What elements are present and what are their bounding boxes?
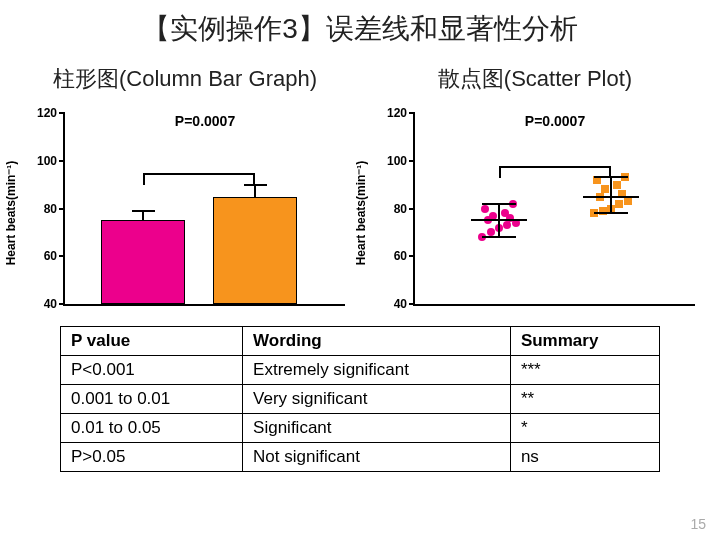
table-cell: ** bbox=[510, 385, 659, 414]
y-tick bbox=[59, 255, 65, 257]
whisker-cap bbox=[482, 203, 516, 205]
page-title: 【实例操作3】误差线和显著性分析 bbox=[0, 0, 720, 52]
table-cell: Extremely significant bbox=[243, 356, 511, 385]
data-point bbox=[615, 200, 623, 208]
table-row: P>0.05Not significantns bbox=[61, 443, 660, 472]
table-row: 0.001 to 0.01Very significant** bbox=[61, 385, 660, 414]
table-cell: Very significant bbox=[243, 385, 511, 414]
bar-chart: Heart beats(min⁻¹) 406080100120P=0.0007 bbox=[15, 108, 355, 318]
y-tick-label: 80 bbox=[394, 202, 407, 216]
y-tick-label: 100 bbox=[37, 154, 57, 168]
error-bar bbox=[254, 185, 256, 197]
y-tick bbox=[59, 208, 65, 210]
bar-series-1 bbox=[213, 197, 297, 304]
whisker-cap bbox=[594, 212, 628, 214]
y-tick-label: 40 bbox=[44, 297, 57, 311]
panel-bar-title: 柱形图(Column Bar Graph) bbox=[15, 52, 355, 106]
y-tick bbox=[409, 160, 415, 162]
scatter-ylabel: Heart beats(min⁻¹) bbox=[354, 161, 368, 266]
scatter-pvalue: P=0.0007 bbox=[525, 113, 585, 129]
table-cell: P>0.05 bbox=[61, 443, 243, 472]
chart-panels: 柱形图(Column Bar Graph) Heart beats(min⁻¹)… bbox=[0, 52, 720, 318]
table-cell: *** bbox=[510, 356, 659, 385]
y-tick bbox=[59, 112, 65, 114]
table-row: P<0.001Extremely significant*** bbox=[61, 356, 660, 385]
table-cell: 0.01 to 0.05 bbox=[61, 414, 243, 443]
y-tick-label: 100 bbox=[387, 154, 407, 168]
y-tick-label: 80 bbox=[44, 202, 57, 216]
y-tick-label: 120 bbox=[37, 106, 57, 120]
table-header: Wording bbox=[243, 327, 511, 356]
y-tick-label: 120 bbox=[387, 106, 407, 120]
panel-bar: 柱形图(Column Bar Graph) Heart beats(min⁻¹)… bbox=[15, 52, 355, 318]
whisker bbox=[498, 204, 500, 237]
y-tick bbox=[409, 303, 415, 305]
scatter-chart: Heart beats(min⁻¹) 406080100120P=0.0007 bbox=[365, 108, 705, 318]
bar-series-0 bbox=[101, 220, 185, 304]
table-header: Summary bbox=[510, 327, 659, 356]
table-cell: 0.001 to 0.01 bbox=[61, 385, 243, 414]
error-bar bbox=[142, 211, 144, 221]
table-row: 0.01 to 0.05Significant* bbox=[61, 414, 660, 443]
bar-pvalue: P=0.0007 bbox=[175, 113, 235, 129]
table-cell: Significant bbox=[243, 414, 511, 443]
data-point bbox=[501, 209, 509, 217]
significance-table: P valueWordingSummary P<0.001Extremely s… bbox=[60, 326, 660, 472]
whisker-cap bbox=[482, 236, 516, 238]
sig-bracket bbox=[499, 166, 611, 178]
y-tick bbox=[59, 303, 65, 305]
data-point bbox=[503, 221, 511, 229]
table-cell: P<0.001 bbox=[61, 356, 243, 385]
bar-ylabel: Heart beats(min⁻¹) bbox=[4, 161, 18, 266]
y-tick bbox=[409, 255, 415, 257]
error-cap bbox=[132, 210, 154, 212]
panel-scatter: 散点图(Scatter Plot) Heart beats(min⁻¹) 406… bbox=[365, 52, 705, 318]
page-number: 15 bbox=[690, 516, 706, 532]
data-point bbox=[481, 205, 489, 213]
y-tick bbox=[409, 112, 415, 114]
data-point bbox=[601, 185, 609, 193]
whisker bbox=[610, 177, 612, 213]
table-cell: ns bbox=[510, 443, 659, 472]
table-cell: Not significant bbox=[243, 443, 511, 472]
panel-scatter-title: 散点图(Scatter Plot) bbox=[365, 52, 705, 106]
y-tick-label: 40 bbox=[394, 297, 407, 311]
table-cell: * bbox=[510, 414, 659, 443]
sig-bracket bbox=[143, 173, 255, 185]
data-point bbox=[613, 181, 621, 189]
y-tick-label: 60 bbox=[394, 249, 407, 263]
data-point bbox=[624, 197, 632, 205]
table-header: P value bbox=[61, 327, 243, 356]
y-tick bbox=[59, 160, 65, 162]
y-tick-label: 60 bbox=[44, 249, 57, 263]
y-tick bbox=[409, 208, 415, 210]
